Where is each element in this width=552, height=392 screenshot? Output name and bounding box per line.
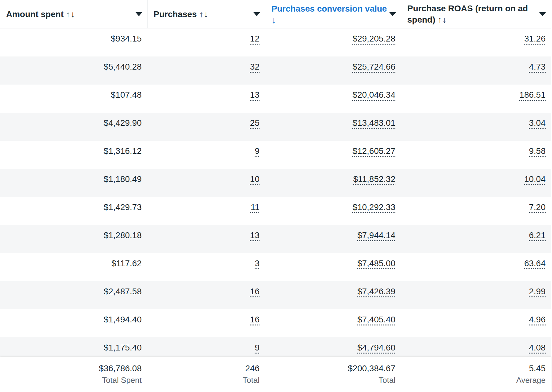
cell-roas: 3.04 [401, 113, 551, 141]
roas-value[interactable]: 7.20 [529, 202, 546, 212]
cell-roas: 9.58 [401, 141, 551, 169]
cell-amount-spent: $1,180.49 [0, 169, 147, 197]
column-header-purchases-conversion-value[interactable]: Purchases conversion value ↓ [265, 0, 401, 28]
table-row: $2,487.5816$7,426.392.99 [0, 281, 551, 309]
cell-conversion-value: $7,405.40 [265, 309, 401, 337]
table-row: $5,440.2832$25,724.664.73 [0, 56, 551, 85]
roas-value[interactable]: 3.04 [529, 118, 546, 128]
purchases-value[interactable]: 25 [250, 118, 260, 128]
sort-descending-icon: ↓ [271, 15, 384, 25]
column-label: Purchases [154, 9, 197, 19]
conversion-value-value[interactable]: $12,605.27 [353, 146, 395, 156]
roas-value[interactable]: 2.99 [529, 287, 546, 296]
amount-spent-value: $1,429.73 [103, 202, 142, 212]
cell-roas: 10.04 [401, 169, 551, 197]
amount-spent-value: $1,316.12 [103, 146, 142, 156]
cell-purchases: 12 [147, 28, 265, 56]
table-row: $4,429.9025$13,483.013.04 [0, 113, 551, 141]
amount-spent-value: $1,280.18 [103, 230, 142, 240]
column-menu-caret-icon[interactable] [253, 12, 260, 16]
cell-purchases: 16 [147, 309, 265, 337]
purchases-value[interactable]: 3 [255, 259, 260, 268]
column-menu-caret-icon[interactable] [136, 12, 142, 16]
cell-conversion-value: $7,944.14 [265, 225, 401, 253]
roas-value[interactable]: 4.73 [529, 62, 546, 71]
purchases-value[interactable]: 9 [255, 343, 260, 352]
cell-purchases: 10 [147, 169, 265, 197]
purchases-value[interactable]: 32 [250, 62, 260, 71]
roas-value[interactable]: 6.21 [529, 230, 546, 240]
purchases-value[interactable]: 11 [251, 202, 260, 212]
table-body: $934.1512$29,205.2831.26$5,440.2832$25,7… [0, 28, 551, 357]
purchases-value[interactable]: 9 [255, 146, 260, 156]
conversion-value-value[interactable]: $29,205.28 [353, 34, 395, 43]
cell-roas: 4.08 [401, 337, 551, 357]
roas-value[interactable]: 31.26 [524, 34, 546, 43]
conversion-value-value[interactable]: $20,046.34 [353, 90, 395, 100]
conversion-value-value[interactable]: $13,483.01 [353, 118, 395, 128]
conversion-total-label: Total [265, 375, 395, 385]
cell-conversion-value: $13,483.01 [265, 113, 401, 141]
cell-purchases: 9 [147, 337, 265, 357]
purchases-value[interactable]: 13 [250, 90, 260, 100]
cell-conversion-value: $25,724.66 [265, 56, 401, 85]
table-row: $117.623$7,485.0063.64 [0, 253, 551, 281]
purchases-value[interactable]: 10 [250, 174, 260, 184]
column-label: Purchase ROAS (return on ad spend) [407, 4, 528, 24]
footer-cell-conversion-value: $200,384.67 Total [265, 357, 401, 392]
purchases-value[interactable]: 16 [250, 315, 260, 324]
footer-cell-purchases: 246 Total [147, 357, 265, 392]
cell-purchases: 32 [147, 56, 265, 85]
table-row: $1,429.7311$10,292.337.20 [0, 197, 551, 225]
conversion-total-value: $200,384.67 [265, 363, 395, 374]
purchases-value[interactable]: 13 [250, 230, 260, 240]
totals-footer-row: $36,786.08 Total Spent 246 Total $200,38… [0, 357, 551, 392]
purchases-total-value: 246 [147, 363, 260, 374]
cell-amount-spent: $1,175.40 [0, 337, 147, 357]
purchases-value[interactable]: 16 [250, 287, 260, 296]
sort-arrows-icon: ↑↓ [438, 15, 447, 24]
column-menu-caret-icon[interactable] [389, 12, 396, 16]
footer-cell-amount-spent: $36,786.08 Total Spent [0, 357, 147, 392]
roas-value[interactable]: 63.64 [524, 259, 546, 268]
cell-conversion-value: $7,426.39 [265, 281, 401, 309]
conversion-value-value[interactable]: $11,852.32 [353, 174, 395, 184]
cell-roas: 7.20 [401, 197, 551, 225]
cell-amount-spent: $1,494.40 [0, 309, 147, 337]
conversion-value-value[interactable]: $10,292.33 [353, 202, 395, 212]
conversion-value-value[interactable]: $25,724.66 [353, 62, 395, 71]
table-header-row: Amount spent↑↓ Purchases↑↓ Purchases con… [0, 0, 551, 28]
column-header-amount-spent[interactable]: Amount spent↑↓ [0, 0, 147, 28]
purchases-value[interactable]: 12 [250, 34, 260, 43]
roas-value[interactable]: 186.51 [519, 90, 546, 100]
table-row: $1,175.409$4,794.604.08 [0, 337, 551, 357]
roas-value[interactable]: 10.04 [524, 174, 546, 184]
table-row: $107.4813$20,046.34186.51 [0, 85, 551, 113]
cell-purchases: 16 [147, 281, 265, 309]
cell-roas: 4.73 [401, 56, 551, 85]
cell-purchases: 25 [147, 113, 265, 141]
column-menu-caret-icon[interactable] [539, 12, 546, 16]
sort-arrows-icon: ↑↓ [199, 9, 209, 19]
conversion-value-value[interactable]: $7,426.39 [357, 287, 395, 296]
roas-value[interactable]: 9.58 [529, 146, 546, 156]
cell-amount-spent: $934.15 [0, 28, 147, 56]
conversion-value-value[interactable]: $7,944.14 [357, 230, 395, 240]
conversion-value-value[interactable]: $4,794.60 [357, 343, 395, 352]
cell-purchases: 3 [147, 253, 265, 281]
cell-amount-spent: $4,429.90 [0, 113, 147, 141]
cell-conversion-value: $7,485.00 [265, 253, 401, 281]
conversion-value-value[interactable]: $7,485.00 [357, 259, 395, 268]
cell-roas: 186.51 [401, 85, 551, 113]
amount-spent-value: $1,494.40 [103, 315, 142, 324]
amount-spent-value: $107.48 [111, 90, 142, 100]
column-header-purchase-roas[interactable]: Purchase ROAS (return on ad spend)↑↓ [401, 0, 551, 28]
cell-conversion-value: $10,292.33 [265, 197, 401, 225]
column-header-purchases[interactable]: Purchases↑↓ [147, 0, 265, 28]
roas-value[interactable]: 4.96 [529, 315, 546, 324]
conversion-value-value[interactable]: $7,405.40 [357, 315, 395, 324]
roas-value[interactable]: 4.08 [529, 343, 546, 352]
cell-amount-spent: $107.48 [0, 85, 147, 113]
cell-amount-spent: $2,487.58 [0, 281, 147, 309]
cell-roas: 31.26 [401, 28, 551, 56]
